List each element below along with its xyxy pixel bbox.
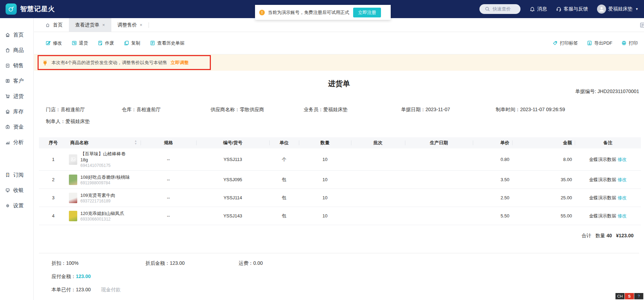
gear-icon [5,203,10,208]
freight-field: 运费：0.00 [239,260,263,267]
void-document-icon [98,40,103,46]
bar-chart-icon [5,139,10,145]
wallet-yuan-icon [5,124,10,130]
user-name: 爱福娃床垫 [608,6,633,12]
headset-icon [556,6,562,12]
sort-icon[interactable]: ▲▼ [134,140,137,145]
view-history-button[interactable]: 查看历史单据 [150,40,184,46]
export-pdf-button[interactable]: 导出PDF [587,40,612,46]
user-menu[interactable]: 爱福娃床垫 ▼ [597,5,638,14]
edit-remark-link[interactable]: 修改 [618,177,627,182]
pdf-file-icon [587,40,592,46]
tab-separator [149,22,149,28]
tab-view-purchase-order[interactable]: 查看进货单 × [69,18,111,32]
discounted-amount-field: 折后金额：123.00 [145,260,239,267]
note-icon[interactable] [639,22,644,28]
sidebar-item-purchase[interactable]: 进货 [0,89,33,104]
ime-language-indicator[interactable]: CH [615,293,625,299]
product-name: 120克乖媳妇山椒凤爪 [80,210,124,216]
edit-remark-link[interactable]: 修改 [618,195,627,200]
cash-register-icon [5,187,10,193]
field-salesperson: 业务员：爱福娃床垫 [304,107,401,113]
edit-remark-link[interactable]: 修改 [618,213,627,218]
col-unit: 单位 [269,137,299,148]
order-toolbar: 修改 退货 作废 复制 查看历史单据 打印标签 [34,32,644,54]
sidebar-item-customers[interactable]: 客户 [0,73,33,89]
sidebar-item-home[interactable]: 首页 [0,27,33,43]
col-price: 单价 [473,137,512,148]
copy-button[interactable]: 复制 [124,40,140,46]
print-button[interactable]: 打印 [621,40,638,46]
document-number: 单据编号: JHD202311070001 [575,89,639,95]
bell-icon [530,6,535,12]
field-doc-date: 单据日期：2023-11-07 [401,107,496,113]
sidebar-item-cashier[interactable]: 收银 [0,183,33,198]
remark-text: 金蝶演示数据 [589,177,616,182]
col-code: 编号/货号 [196,137,269,148]
close-icon[interactable]: × [102,22,105,28]
sidebar-item-analytics[interactable]: 分析 [0,134,33,150]
divider [39,253,639,253]
edit-button[interactable]: 修改 [46,40,62,46]
support-feedback-button[interactable]: 客服与反馈 [556,6,588,12]
total-amount: ¥123.00 [616,233,634,238]
tab-strip: 首页 查看进货单 × 调整售价 × [34,18,644,32]
sidebar-item-subscribe[interactable]: 订阅 [0,167,33,183]
close-icon[interactable]: × [140,22,143,28]
order-fields-row2: 制单人：爱福娃床垫 [39,118,639,125]
messages-button[interactable]: 消息 [530,6,547,12]
totals-line: 合计 数量 40 ¥123.00 [39,233,639,239]
col-qty: 数量 [299,137,351,148]
print-label-button[interactable]: 打印标签 [552,40,578,46]
warehouse-icon [5,109,10,114]
summary-row1: 折扣：100% 折后金额：123.00 运费：0.00 [39,260,639,267]
notice-text: 本次有4个商品的进货价发生变动，调整售价以免亏本销售 [51,60,167,66]
table-row: 4 120克乖媳妇山椒凤爪6933066001312 -- YSSJ143 包 … [39,207,641,225]
return-arrow-icon [72,40,77,46]
sidebar-item-goods[interactable]: 商品 [0,43,33,58]
col-seq: 序号 [39,137,67,148]
ime-help-icon[interactable]: ? [634,293,643,299]
ime-icon[interactable]: S [625,293,634,299]
quick-price-search[interactable]: 快速查价 [479,4,520,14]
payment-method-link[interactable]: 现金付款 [101,287,121,293]
tab-home[interactable]: 首页 [39,18,69,32]
sidebar-item-inventory[interactable]: 库存 [0,104,33,119]
customer-card-icon [5,78,10,84]
product-thumbnail [69,211,77,221]
main-area: 首页 查看进货单 × 调整售价 × 修改 退货 作废 [34,18,644,300]
product-barcode: 6937221716189 [80,199,115,203]
sidebar-item-settings[interactable]: 设置 [0,198,33,213]
adjust-now-link[interactable]: 立即调整 [170,60,189,66]
sidebar-item-funds[interactable]: 资金 [0,119,33,134]
col-spec: 规格 [141,137,196,148]
product-name: 【百草味】山楂棒棒卷18g [80,151,133,163]
void-button[interactable]: 作废 [98,40,114,46]
bulb-icon [42,60,48,66]
avatar [597,5,606,14]
register-now-button[interactable]: 立即注册 [353,8,381,17]
field-created-time: 制单时间：2023-11-07 09:26:59 [496,107,565,113]
bookmark-plus-icon [5,172,10,178]
table-row: 2 108好吃点香脆饼/核桃味6911988009784 -- YSSJ095 … [39,171,641,189]
chevron-down-icon: ▼ [635,7,638,11]
price-change-notice: 本次有4个商品的进货价发生变动，调整售价以免亏本销售 立即调整 [34,54,644,71]
payable-row: 应付金额：123.00 [39,274,639,280]
tab-adjust-price[interactable]: 调整售价 × [111,18,149,32]
app-logo-icon [6,3,17,15]
col-product-name: 商品名称▲▼ [67,137,141,148]
return-goods-button[interactable]: 退货 [72,40,88,46]
messages-label: 消息 [537,6,547,12]
field-supplier: 供应商名称：零散供应商 [210,107,304,113]
paid-row: 本单已付：123.00 现金付款 [39,287,639,293]
copy-icon [124,40,129,46]
product-barcode: 6941410705175 [80,163,133,168]
demo-banner-text: 当前为演示账号，免费注册后可试用正式 [268,9,349,16]
field-creator: 制单人：爱福娃床垫 [46,118,90,124]
paid-amount: 123.00 [76,287,91,293]
edit-remark-link[interactable]: 修改 [618,157,627,162]
image-placeholder-icon [71,157,75,162]
remark-text: 金蝶演示数据 [589,213,616,218]
home-icon [5,32,10,38]
sidebar-item-sales[interactable]: 销售 [0,58,33,73]
